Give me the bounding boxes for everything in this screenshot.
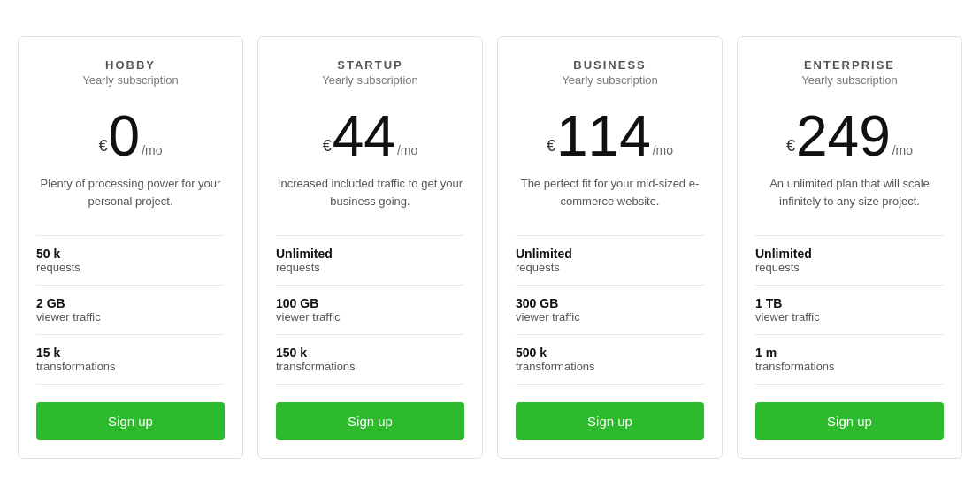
feature-item-hobby-1: 2 GB viewer traffic bbox=[36, 286, 225, 335]
plan-header: HOBBY Yearly subscription bbox=[36, 58, 225, 87]
feature-label: transformations bbox=[36, 360, 225, 373]
signup-button-business[interactable]: Sign up bbox=[516, 402, 704, 440]
plan-description: The perfect fit for your mid-sized e-com… bbox=[516, 175, 704, 217]
plan-billing: Yearly subscription bbox=[276, 73, 464, 87]
plan-description: Plenty of processing power for your pers… bbox=[36, 175, 225, 217]
plan-name: HOBBY bbox=[36, 58, 225, 72]
plan-billing: Yearly subscription bbox=[36, 73, 225, 87]
feature-item-enterprise-2: 1 m transformations bbox=[755, 335, 944, 385]
feature-item-startup-1: 100 GB viewer traffic bbox=[276, 286, 464, 335]
plan-card-hobby: HOBBY Yearly subscription € 0 /mo Plenty… bbox=[18, 36, 243, 459]
plan-features: Unlimited requests 100 GB viewer traffic… bbox=[276, 235, 464, 385]
plan-features: Unlimited requests 1 TB viewer traffic 1… bbox=[755, 235, 944, 385]
plan-card-startup: STARTUP Yearly subscription € 44 /mo Inc… bbox=[257, 36, 483, 459]
signup-button-enterprise[interactable]: Sign up bbox=[755, 402, 944, 440]
feature-value: 500 k bbox=[516, 346, 704, 360]
plan-header: STARTUP Yearly subscription bbox=[276, 58, 464, 87]
price-currency: € bbox=[547, 137, 555, 156]
feature-label: transformations bbox=[516, 360, 704, 373]
price-period: /mo bbox=[653, 143, 673, 157]
feature-value: 1 TB bbox=[755, 296, 944, 310]
feature-value: Unlimited bbox=[516, 247, 704, 261]
feature-label: viewer traffic bbox=[516, 310, 704, 324]
feature-label: requests bbox=[755, 261, 944, 274]
price-amount: 44 bbox=[333, 108, 395, 164]
plan-price: € 114 /mo bbox=[516, 108, 704, 164]
plan-price: € 249 /mo bbox=[755, 108, 944, 164]
plan-name: BUSINESS bbox=[516, 58, 704, 72]
feature-value: 1 m bbox=[755, 346, 944, 360]
plan-card-business: BUSINESS Yearly subscription € 114 /mo T… bbox=[497, 36, 723, 459]
plan-header: ENTERPRISE Yearly subscription bbox=[755, 58, 944, 87]
feature-item-business-0: Unlimited requests bbox=[516, 236, 704, 286]
feature-value: 50 k bbox=[36, 247, 225, 261]
plan-card-enterprise: ENTERPRISE Yearly subscription € 249 /mo… bbox=[737, 36, 962, 459]
price-currency: € bbox=[786, 137, 795, 156]
price-amount: 114 bbox=[556, 108, 651, 164]
feature-label: viewer traffic bbox=[36, 310, 225, 324]
plan-description: Increased included traffic to get your b… bbox=[276, 175, 464, 217]
plan-description: An unlimited plan that will scale infini… bbox=[755, 175, 944, 217]
price-currency: € bbox=[323, 137, 332, 156]
plan-billing: Yearly subscription bbox=[516, 73, 704, 87]
feature-item-enterprise-1: 1 TB viewer traffic bbox=[755, 286, 944, 335]
feature-label: transformations bbox=[755, 360, 944, 373]
feature-label: transformations bbox=[276, 360, 464, 373]
price-currency: € bbox=[99, 137, 108, 156]
feature-value: 150 k bbox=[276, 346, 464, 360]
feature-value: 15 k bbox=[36, 346, 225, 360]
plan-features: 50 k requests 2 GB viewer traffic 15 k t… bbox=[36, 235, 225, 385]
plan-name: STARTUP bbox=[276, 58, 464, 72]
plan-features: Unlimited requests 300 GB viewer traffic… bbox=[516, 235, 704, 385]
feature-value: Unlimited bbox=[276, 247, 464, 261]
price-amount: 249 bbox=[796, 108, 891, 164]
signup-button-startup[interactable]: Sign up bbox=[276, 402, 464, 440]
price-period: /mo bbox=[397, 143, 417, 157]
price-amount: 0 bbox=[109, 108, 141, 164]
feature-label: viewer traffic bbox=[755, 310, 944, 324]
feature-item-business-2: 500 k transformations bbox=[516, 335, 704, 385]
plan-header: BUSINESS Yearly subscription bbox=[516, 58, 704, 87]
plan-billing: Yearly subscription bbox=[755, 73, 944, 87]
feature-item-startup-2: 150 k transformations bbox=[276, 335, 464, 385]
feature-value: 300 GB bbox=[516, 296, 704, 310]
price-period: /mo bbox=[892, 143, 913, 157]
signup-button-hobby[interactable]: Sign up bbox=[36, 402, 225, 440]
feature-label: requests bbox=[36, 261, 225, 274]
feature-item-business-1: 300 GB viewer traffic bbox=[516, 286, 704, 335]
feature-item-startup-0: Unlimited requests bbox=[276, 236, 464, 286]
price-period: /mo bbox=[142, 143, 162, 157]
feature-item-hobby-2: 15 k transformations bbox=[36, 335, 225, 385]
feature-label: requests bbox=[276, 261, 464, 274]
plan-price: € 44 /mo bbox=[276, 108, 464, 164]
feature-value: 2 GB bbox=[36, 296, 225, 310]
feature-item-hobby-0: 50 k requests bbox=[36, 236, 225, 286]
feature-item-enterprise-0: Unlimited requests bbox=[755, 236, 944, 286]
feature-label: requests bbox=[516, 261, 704, 274]
feature-value: 100 GB bbox=[276, 296, 464, 310]
plan-name: ENTERPRISE bbox=[755, 58, 944, 72]
pricing-grid: HOBBY Yearly subscription € 0 /mo Plenty… bbox=[18, 36, 962, 459]
feature-value: Unlimited bbox=[755, 247, 944, 261]
plan-price: € 0 /mo bbox=[36, 108, 225, 164]
feature-label: viewer traffic bbox=[276, 310, 464, 324]
